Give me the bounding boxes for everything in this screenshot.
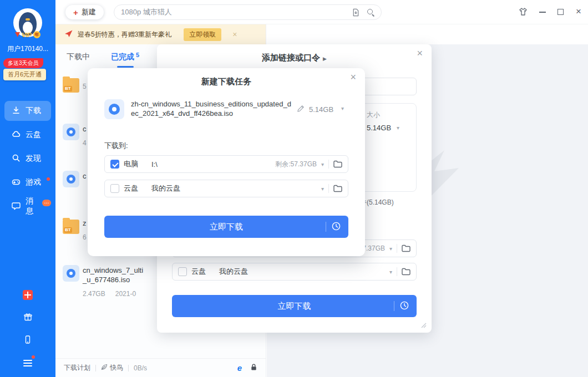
schedule-clock-icon[interactable]: [331, 221, 341, 233]
save-to-computer-row[interactable]: 电脑 I:\ 剩余:57.37GB ▾: [104, 155, 348, 173]
path-value: I:\: [151, 160, 158, 169]
sidebar-item-label: 下载: [26, 106, 41, 116]
chevron-down-icon[interactable]: ▾: [389, 246, 392, 252]
speed-mode[interactable]: 快鸟: [101, 363, 123, 373]
cloud-icon: [12, 130, 21, 140]
divider: [397, 267, 397, 276]
file-date: 2021-0: [115, 290, 136, 298]
completed-count: 5: [136, 52, 139, 58]
download-now-button[interactable]: 立即下载: [104, 216, 348, 238]
browse-folder-icon[interactable]: [333, 185, 342, 192]
file-size-value: 5.14GB: [367, 124, 391, 132]
tab-completed[interactable]: 已完成 5: [111, 44, 139, 70]
promo-banner: 迎春5折特惠，再赠3重新年豪礼 立即领取 ×: [55, 24, 266, 44]
close-window-button[interactable]: ×: [576, 6, 581, 17]
add-link-close-icon[interactable]: ×: [417, 48, 423, 59]
sidebar-item-games[interactable]: 游戏: [4, 172, 51, 192]
detail-panel-header: [267, 24, 588, 44]
bt-folder-icon: BT: [63, 78, 79, 93]
save-to-cloud-row[interactable]: 云盘 我的云盘 ▾: [104, 180, 348, 197]
cloud-checkbox[interactable]: [110, 184, 119, 193]
vip-badge[interactable]: VIP 年: [0, 31, 55, 38]
sidebar-item-download[interactable]: 下载: [4, 101, 51, 121]
tab-downloading[interactable]: 下载中: [67, 44, 90, 70]
new-task-close-icon[interactable]: ×: [350, 72, 356, 83]
download-now-button[interactable]: 立即下载: [172, 295, 417, 317]
task-filesize: 5.14GB: [309, 105, 333, 114]
bt-tag: BT: [64, 86, 72, 91]
chevron-down-icon[interactable]: ▾: [397, 125, 399, 131]
chevron-down-icon[interactable]: ▾: [321, 186, 324, 192]
divider: [328, 160, 329, 169]
iso-file-icon: [104, 99, 124, 119]
chevron-down-icon[interactable]: ▾: [341, 105, 344, 111]
new-task-dialog: 新建下载任务 × zh-cn_windows_11_business_editi…: [88, 68, 365, 256]
bt-tag: BT: [64, 227, 72, 233]
path-value: 我的云盘: [151, 184, 180, 193]
message-icon: [12, 201, 21, 212]
phone-icon: [23, 335, 32, 346]
browser-plugin-icon[interactable]: e: [237, 363, 242, 373]
sidebar-item-label: 游戏: [26, 177, 41, 187]
gift-button[interactable]: [22, 312, 34, 324]
save-to-label: 下载到:: [104, 141, 128, 151]
free-space: 剩余:57.37GB: [275, 160, 317, 169]
tab-downloading-label: 下载中: [67, 52, 90, 62]
banner-close-icon[interactable]: ×: [232, 30, 237, 39]
download-icon: [12, 106, 21, 116]
gift-icon: [23, 313, 33, 323]
browse-folder-icon[interactable]: [402, 268, 410, 276]
search-input[interactable]: 1080p 城市猎人: [114, 4, 382, 20]
speed-mode-label: 快鸟: [110, 363, 123, 373]
promo-badge-red[interactable]: 多送3天会员: [3, 58, 43, 68]
download-now-label: 立即下载: [172, 301, 417, 312]
cloud-checkbox[interactable]: [178, 267, 187, 276]
minimize-button[interactable]: [539, 12, 546, 13]
iso-file-icon: [63, 171, 79, 187]
path-value: 我的云盘: [219, 267, 248, 277]
promo-text: 迎春5折特惠，再赠3重新年豪礼: [78, 30, 171, 39]
new-task-button[interactable]: + 新建: [65, 5, 104, 19]
new-task-dialog-title: 新建下载任务: [88, 77, 365, 87]
file-size: 2.47GB: [83, 290, 105, 298]
sidebar-item-messages[interactable]: 消息 ⋯: [4, 196, 51, 216]
sidebar-item-cloud[interactable]: 云盘: [4, 125, 51, 145]
rename-pencil-icon[interactable]: [297, 105, 305, 113]
mobile-button[interactable]: [22, 334, 34, 347]
feather-icon: [101, 364, 108, 372]
speed-value: 0B/s: [134, 364, 147, 372]
download-plan-link[interactable]: 下载计划: [64, 363, 90, 373]
schedule-clock-icon[interactable]: [399, 300, 409, 312]
resize-handle[interactable]: [420, 322, 427, 328]
menu-button[interactable]: [22, 357, 34, 369]
file-meta: 6: [83, 233, 87, 241]
arrow-right-icon[interactable]: ▶: [323, 56, 327, 62]
browse-folder-icon[interactable]: [333, 160, 342, 168]
device-label: 云盘: [191, 267, 206, 277]
save-to-cloud-row[interactable]: 云盘 我的云盘 ▾: [172, 263, 417, 281]
vip-flag-icon: [15, 32, 20, 37]
task-filename: zh-cn_windows_11_business_editions_updat…: [131, 99, 295, 119]
apps-grid-button[interactable]: [22, 289, 34, 301]
lock-icon[interactable]: [250, 363, 257, 373]
tab-completed-label: 已完成: [111, 52, 134, 62]
promo-badge-gold[interactable]: 首月6元开通: [3, 69, 46, 80]
add-link-dialog-title: 添加链接或口令▶: [157, 53, 432, 63]
sidebar-nav: 下载 云盘 发现 游戏 消息 ⋯: [4, 101, 51, 216]
sidebar-item-label: 消息: [26, 196, 37, 216]
chevron-down-icon[interactable]: ▾: [321, 161, 324, 167]
browse-folder-icon[interactable]: [402, 244, 410, 252]
status-bar: 下载计划 快鸟 0B/s e: [55, 358, 266, 377]
divider: [394, 301, 394, 311]
claim-button[interactable]: 立即领取: [184, 28, 221, 41]
new-task-label: 新建: [82, 7, 96, 17]
theme-skin-icon[interactable]: [518, 7, 528, 16]
maximize-button[interactable]: [557, 9, 564, 15]
open-torrent-icon[interactable]: [352, 8, 359, 17]
vip-year-coin: 年: [33, 31, 40, 38]
sidebar-item-discover[interactable]: 发现: [4, 149, 51, 169]
search-icon[interactable]: [367, 9, 374, 16]
promo-flame-icon: [64, 29, 73, 39]
chevron-down-icon[interactable]: ▾: [389, 269, 392, 275]
computer-checkbox[interactable]: [110, 160, 119, 169]
